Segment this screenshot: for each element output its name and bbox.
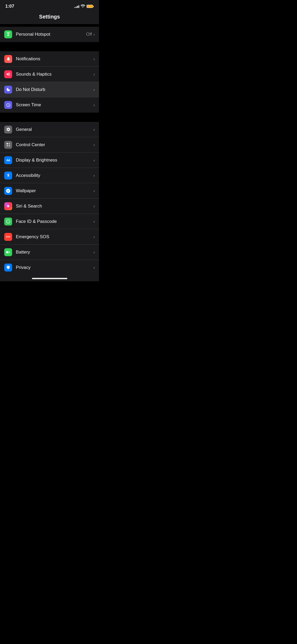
privacy-chevron: › xyxy=(93,265,95,270)
svg-rect-4 xyxy=(8,145,10,146)
settings-row-face-id[interactable]: Face ID & Passcode › xyxy=(0,214,99,229)
home-bar xyxy=(32,278,67,279)
accessibility-label: Accessibility xyxy=(16,173,93,178)
display-brightness-label: Display & Brightness xyxy=(16,158,93,163)
wallpaper-icon xyxy=(4,187,12,195)
display-brightness-chevron: › xyxy=(93,158,95,162)
home-indicator xyxy=(0,275,99,281)
settings-section-hotspot: Personal Hotspot Off › xyxy=(0,27,99,42)
battery-icon xyxy=(4,248,12,256)
notifications-icon xyxy=(4,55,12,63)
section-gap-1 xyxy=(0,24,99,27)
emergency-sos-label: Emergency SOS xyxy=(16,234,93,240)
svg-point-0 xyxy=(8,33,9,34)
face-id-label: Face ID & Passcode xyxy=(16,219,93,224)
privacy-label: Privacy xyxy=(16,265,93,270)
svg-point-6 xyxy=(7,205,9,207)
emergency-sos-icon: SOS xyxy=(4,233,12,241)
face-id-chevron: › xyxy=(93,219,95,224)
settings-row-accessibility[interactable]: Accessibility › xyxy=(0,168,99,183)
settings-row-screen-time[interactable]: Screen Time › xyxy=(0,97,99,113)
display-brightness-icon: AA xyxy=(4,156,12,164)
battery-label: Battery xyxy=(16,250,93,255)
signal-bar-4 xyxy=(78,5,79,8)
control-center-icon xyxy=(4,141,12,149)
personal-hotspot-label: Personal Hotspot xyxy=(16,32,86,37)
siri-search-icon xyxy=(4,202,12,210)
settings-section-general-group: General › Control Center › AA Display & … xyxy=(0,122,99,275)
wallpaper-label: Wallpaper xyxy=(16,188,93,194)
do-not-disturb-label: Do Not Disturb xyxy=(16,87,93,92)
notifications-chevron: › xyxy=(93,57,95,61)
general-chevron: › xyxy=(93,127,95,132)
svg-rect-3 xyxy=(7,145,8,146)
signal-bar-2 xyxy=(76,7,77,8)
settings-row-control-center[interactable]: Control Center › xyxy=(0,137,99,153)
siri-search-label: Siri & Search xyxy=(16,204,93,209)
control-center-chevron: › xyxy=(93,143,95,147)
battery-tip xyxy=(93,6,94,7)
accessibility-icon xyxy=(4,172,12,180)
svg-rect-1 xyxy=(7,143,8,144)
svg-point-5 xyxy=(8,173,9,174)
signal-bar-3 xyxy=(77,6,78,8)
status-icons: ⚡ xyxy=(74,4,94,8)
screen-time-label: Screen Time xyxy=(16,102,93,108)
settings-row-notifications[interactable]: Notifications › xyxy=(0,51,99,67)
settings-row-personal-hotspot[interactable]: Personal Hotspot Off › xyxy=(0,27,99,42)
sounds-haptics-icon xyxy=(4,70,12,78)
screen-time-chevron: › xyxy=(93,103,95,107)
settings-row-general[interactable]: General › xyxy=(0,122,99,137)
signal-bars-icon xyxy=(74,5,79,8)
battery-status-icon: ⚡ xyxy=(87,5,94,8)
header: Settings xyxy=(0,11,99,24)
wifi-icon xyxy=(81,4,85,8)
personal-hotspot-value: Off xyxy=(86,32,92,37)
battery-body: ⚡ xyxy=(87,5,93,8)
page-title: Settings xyxy=(39,14,60,20)
privacy-icon xyxy=(4,264,12,272)
settings-row-wallpaper[interactable]: Wallpaper › xyxy=(0,183,99,199)
general-icon xyxy=(4,126,12,134)
settings-row-battery[interactable]: Battery › xyxy=(0,245,99,260)
signal-bar-1 xyxy=(74,7,75,8)
do-not-disturb-icon xyxy=(4,86,12,94)
sounds-haptics-label: Sounds & Haptics xyxy=(16,72,93,77)
svg-rect-2 xyxy=(8,143,10,144)
emergency-sos-chevron: › xyxy=(93,235,95,239)
face-id-icon xyxy=(4,218,12,226)
settings-row-privacy[interactable]: Privacy › xyxy=(0,260,99,275)
siri-search-chevron: › xyxy=(93,204,95,208)
svg-rect-11 xyxy=(6,251,8,253)
settings-row-display-brightness[interactable]: AA Display & Brightness › xyxy=(0,153,99,168)
settings-row-do-not-disturb[interactable]: Do Not Disturb › xyxy=(0,82,99,97)
sounds-haptics-chevron: › xyxy=(93,72,95,76)
settings-section-notifications-group: Notifications › Sounds & Haptics › Do No… xyxy=(0,51,99,113)
status-bar: 1:07 ⚡ xyxy=(0,0,99,11)
settings-row-siri-search[interactable]: Siri & Search › xyxy=(0,199,99,214)
settings-row-emergency-sos[interactable]: SOS Emergency SOS › xyxy=(0,229,99,245)
screen-time-icon xyxy=(4,101,12,109)
personal-hotspot-chevron: › xyxy=(93,32,95,36)
personal-hotspot-icon xyxy=(4,30,12,38)
battery-bolt-icon: ⚡ xyxy=(88,5,91,8)
settings-row-sounds-haptics[interactable]: Sounds & Haptics › xyxy=(0,67,99,82)
wallpaper-chevron: › xyxy=(93,189,95,193)
notifications-label: Notifications xyxy=(16,56,93,62)
do-not-disturb-chevron: › xyxy=(93,88,95,92)
svg-rect-9 xyxy=(10,252,10,252)
section-gap-3 xyxy=(0,113,99,122)
control-center-label: Control Center xyxy=(16,142,93,148)
battery-chevron: › xyxy=(93,250,95,254)
general-label: General xyxy=(16,127,93,132)
section-gap-2 xyxy=(0,42,99,51)
status-time: 1:07 xyxy=(5,4,14,9)
accessibility-chevron: › xyxy=(93,173,95,178)
